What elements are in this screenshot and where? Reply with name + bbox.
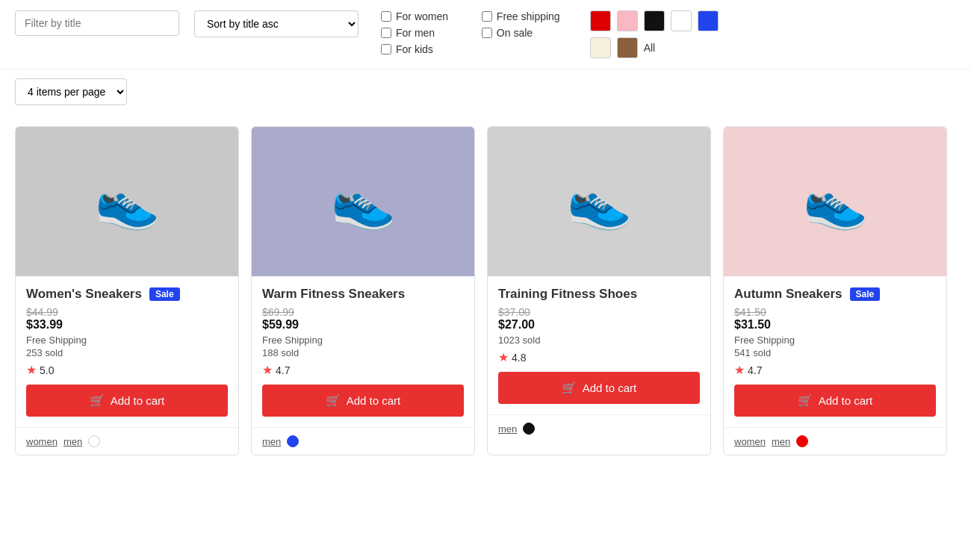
rating-row-2: ★4.7 xyxy=(262,363,464,377)
cream-swatch[interactable] xyxy=(590,37,611,58)
star-icon-4: ★ xyxy=(734,363,745,377)
all-colors-label[interactable]: All xyxy=(644,42,656,54)
for-women-checkbox[interactable] xyxy=(381,11,391,22)
filter-checkboxes: For womenFree shippingFor menOn saleFor … xyxy=(381,10,560,55)
free-shipping-4: Free Shipping xyxy=(734,335,936,346)
sale-badge-4: Sale xyxy=(850,287,881,301)
product-card-4: 👟Autumn SneakersSale$41.50$31.50Free Shi… xyxy=(723,126,947,455)
cart-icon-3: 🛒 xyxy=(562,381,577,395)
add-to-cart-label-2: Add to cart xyxy=(347,394,401,407)
white-swatch[interactable] xyxy=(671,10,692,31)
tag-dot-1 xyxy=(88,435,100,447)
add-to-cart-button-1[interactable]: 🛒Add to cart xyxy=(26,385,228,417)
add-to-cart-label-1: Add to cart xyxy=(111,394,165,407)
checkbox-for-kids[interactable]: For kids xyxy=(381,43,459,55)
on-sale-checkbox[interactable] xyxy=(482,28,492,38)
tag-men-2[interactable]: men xyxy=(262,436,281,447)
product-title-row-4: Autumn SneakersSale xyxy=(734,287,936,302)
product-body-2: Warm Fitness Sneakers$69.99$59.99Free Sh… xyxy=(252,276,474,427)
tags-row-4: womenmen xyxy=(724,427,946,455)
star-icon-2: ★ xyxy=(262,363,273,377)
product-card-1: 👟Women's SneakersSale$44.99$33.99Free Sh… xyxy=(15,126,239,455)
sort-select[interactable]: Sort by title asc xyxy=(194,10,359,37)
black-swatch[interactable] xyxy=(644,10,665,31)
blue-swatch[interactable] xyxy=(698,10,719,31)
sold-count-2: 188 sold xyxy=(262,347,464,358)
color-row-2: All xyxy=(590,37,719,58)
sold-count-4: 541 sold xyxy=(734,347,936,358)
product-body-1: Women's SneakersSale$44.99$33.99Free Shi… xyxy=(16,276,238,427)
tag-men-3[interactable]: men xyxy=(498,423,517,435)
add-to-cart-button-4[interactable]: 🛒Add to cart xyxy=(734,385,936,417)
product-title-row-1: Women's SneakersSale xyxy=(26,287,228,302)
price-new-1: $33.99 xyxy=(26,318,228,332)
cart-icon-1: 🛒 xyxy=(90,393,105,408)
product-title-2: Warm Fitness Sneakers xyxy=(262,287,405,302)
checkbox-on-sale[interactable]: On sale xyxy=(482,27,560,39)
cart-icon-4: 🛒 xyxy=(798,393,813,408)
tags-row-2: men xyxy=(252,427,474,455)
tag-women-4[interactable]: women xyxy=(734,436,766,447)
rating-value-3: 4.8 xyxy=(512,352,526,364)
product-card-2: 👟Warm Fitness Sneakers$69.99$59.99Free S… xyxy=(251,126,475,455)
star-icon-3: ★ xyxy=(498,350,509,364)
price-old-1: $44.99 xyxy=(26,306,228,318)
tag-women-1[interactable]: women xyxy=(26,436,58,447)
free-shipping-checkbox[interactable] xyxy=(482,11,492,22)
product-image-3: 👟 xyxy=(488,127,710,276)
rating-value-2: 4.7 xyxy=(276,364,290,376)
checkbox-free-shipping[interactable]: Free shipping xyxy=(482,10,560,22)
for-men-label: For men xyxy=(396,27,435,39)
product-image-1: 👟 xyxy=(16,127,238,276)
sold-count-1: 253 sold xyxy=(26,347,228,358)
sold-count-3: 1023 sold xyxy=(498,335,700,346)
red-swatch[interactable] xyxy=(590,10,611,31)
tag-men-1[interactable]: men xyxy=(63,436,82,447)
price-new-3: $27.00 xyxy=(498,318,700,332)
free-shipping-label: Free shipping xyxy=(497,10,560,22)
color-swatches: All xyxy=(590,10,719,58)
product-title-4: Autumn Sneakers xyxy=(734,287,843,302)
star-icon-1: ★ xyxy=(26,363,37,377)
rating-value-4: 4.7 xyxy=(748,364,762,376)
product-body-4: Autumn SneakersSale$41.50$31.50Free Ship… xyxy=(724,276,946,427)
for-kids-checkbox[interactable] xyxy=(381,44,391,55)
checkbox-for-women[interactable]: For women xyxy=(381,10,459,22)
cart-icon-2: 🛒 xyxy=(326,393,341,408)
rating-row-3: ★4.8 xyxy=(498,350,700,364)
brown-swatch[interactable] xyxy=(617,37,638,58)
product-body-3: Training Fitness Shoes$37.00$27.001023 s… xyxy=(488,276,710,414)
product-card-3: 👟Training Fitness Shoes$37.00$27.001023 … xyxy=(487,126,711,455)
product-title-row-3: Training Fitness Shoes xyxy=(498,287,700,302)
add-to-cart-button-2[interactable]: 🛒Add to cart xyxy=(262,385,464,417)
filter-bar: Sort by title asc For womenFree shipping… xyxy=(0,0,971,69)
product-image-2: 👟 xyxy=(252,127,474,276)
add-to-cart-label-3: Add to cart xyxy=(583,382,637,394)
price-new-4: $31.50 xyxy=(734,318,936,332)
checkbox-for-men[interactable]: For men xyxy=(381,27,459,39)
color-row-1 xyxy=(590,10,719,31)
pink-swatch[interactable] xyxy=(617,10,638,31)
tag-men-4[interactable]: men xyxy=(772,436,790,447)
rating-value-1: 5.0 xyxy=(40,364,54,376)
add-to-cart-button-3[interactable]: 🛒Add to cart xyxy=(498,372,700,404)
free-shipping-1: Free Shipping xyxy=(26,335,228,346)
tag-dot-2 xyxy=(287,435,299,447)
price-old-3: $37.00 xyxy=(498,306,700,318)
per-page-bar: 4 items per page8 items per page12 items… xyxy=(0,69,971,114)
rating-row-1: ★5.0 xyxy=(26,363,228,377)
product-title-3: Training Fitness Shoes xyxy=(498,287,637,302)
price-old-2: $69.99 xyxy=(262,306,464,318)
rating-row-4: ★4.7 xyxy=(734,363,936,377)
sale-badge-1: Sale xyxy=(149,287,180,301)
tags-row-1: womenmen xyxy=(16,427,238,455)
for-women-label: For women xyxy=(396,10,448,22)
product-title-1: Women's Sneakers xyxy=(26,287,142,302)
per-page-select[interactable]: 4 items per page8 items per page12 items… xyxy=(15,78,127,105)
free-shipping-2: Free Shipping xyxy=(262,335,464,346)
tag-dot-4 xyxy=(796,435,808,447)
filter-input[interactable] xyxy=(15,10,179,36)
for-men-checkbox[interactable] xyxy=(381,28,391,38)
for-kids-label: For kids xyxy=(396,43,433,55)
tag-dot-3 xyxy=(523,423,535,435)
